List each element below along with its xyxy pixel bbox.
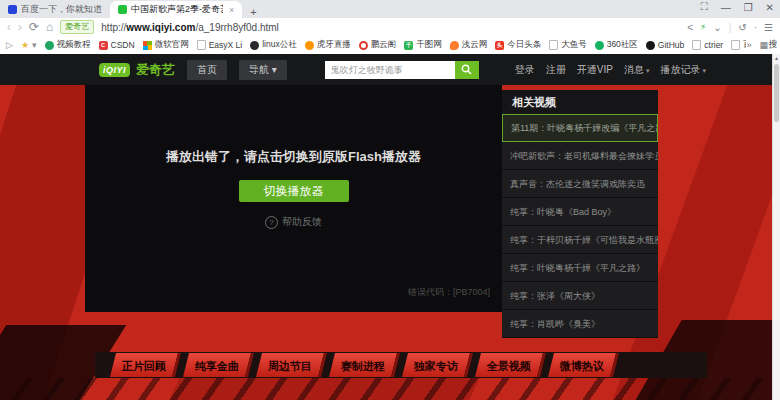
page-scrollbar[interactable]: ▲ <box>772 54 780 400</box>
document-icon <box>692 40 701 50</box>
bookmark-item[interactable]: 鹏云阁 <box>359 39 397 51</box>
tab-title: 百度一下，你就知道 <box>21 3 102 16</box>
bookmark-label: 视频教程 <box>57 39 91 51</box>
player-error-message: 播放出错了，请点击切换到原版Flash播放器 <box>158 147 430 167</box>
collapse-bookmarks-icon[interactable]: ▷ <box>6 40 13 50</box>
search-button[interactable] <box>455 61 479 79</box>
related-video-item[interactable]: 纯享：肖凯晔《臭美》 <box>502 310 658 338</box>
bottom-nav-weibo[interactable]: 微博热议 <box>548 353 619 377</box>
bookmark-item[interactable]: linux公社 <box>250 39 296 51</box>
question-circle-icon: ? <box>265 216 278 229</box>
vip-link[interactable]: 开通VIP <box>577 63 613 77</box>
bookmark-item[interactable]: 微软官网 <box>143 39 189 51</box>
bookmark-item[interactable]: 头今日头条 <box>495 39 541 51</box>
bottom-nav-panorama[interactable]: 全景视频 <box>475 353 546 377</box>
related-video-item[interactable]: 冲吧新歌声：老司机爆料最会撩妹学员 <box>502 142 658 170</box>
bookmark-label: 今日头条 <box>507 39 541 51</box>
messages-link[interactable]: 消息▾ <box>624 63 650 77</box>
bottom-nav-pure-songs[interactable]: 纯享金曲 <box>183 353 254 377</box>
360-icon <box>595 41 604 50</box>
bottom-nav-full-episodes[interactable]: 正片回顾 <box>110 353 181 377</box>
browser-window: 百度一下，你就知道 中国新歌声第2季-爱奇艺 × + ⛶ — ❐ ✕ ‹ › ⟳… <box>0 0 780 400</box>
maximize-button[interactable]: ❐ <box>744 2 753 13</box>
refresh-icon[interactable]: ⟳ <box>29 21 39 33</box>
messages-label: 消息 <box>624 64 644 75</box>
nav-menu-button[interactable]: 导航 ▾ <box>239 60 287 80</box>
undo-icon[interactable]: ↺ <box>738 22 746 33</box>
bookmark-item[interactable]: 360社区 <box>595 39 638 51</box>
bookmark-label: 大鱼号 <box>561 39 587 51</box>
nav-home-button[interactable]: 首页 <box>187 60 227 80</box>
bottom-nav-label: 独家专访 <box>414 359 458 374</box>
iqiyi-logo-icon[interactable]: iQIYI <box>99 63 130 77</box>
iqiyi-logo-text[interactable]: 爱奇艺 <box>136 61 175 79</box>
bookmark-item[interactable]: 大鱼号 <box>549 39 587 51</box>
new-tab-button[interactable]: + <box>242 6 264 18</box>
login-link[interactable]: 登录 <box>515 63 535 77</box>
related-video-item[interactable]: 纯享：叶晓粤杨千嬅《平凡之路》 <box>502 254 658 282</box>
bottom-nav-interviews[interactable]: 独家专访 <box>402 353 473 377</box>
address-toolbar: ‹ › ⟳ ⌂ 爱奇艺 http://www.iqiyi.com/a_19rrh… <box>0 18 780 36</box>
qiantu-icon: 千 <box>404 41 413 50</box>
bottom-nav-label: 全景视频 <box>487 359 531 374</box>
bookmarks-folder[interactable]: ★▾ <box>21 40 37 50</box>
related-video-item[interactable]: 纯享：于梓贝杨千嬅《可惜我是水瓶座》 <box>502 226 658 254</box>
speed-mode-icon[interactable]: ⚡ <box>700 22 706 32</box>
chevron-down-icon[interactable]: ⌄ <box>713 22 721 33</box>
toolbar-right-icons: < ⚡ ⌄ | ↺ · ☰ <box>687 22 773 33</box>
forward-icon[interactable]: › <box>18 21 22 33</box>
bookmark-item[interactable]: 浅云网 <box>450 39 488 51</box>
window-controls: ⛶ — ❐ ✕ <box>701 1 774 13</box>
history-link[interactable]: 播放记录▾ <box>660 63 706 77</box>
switch-player-button[interactable]: 切换播放器 <box>239 180 349 202</box>
bookmark-item[interactable]: ctrier <box>692 40 723 50</box>
tab-close-icon[interactable]: × <box>229 5 234 15</box>
bookmark-item[interactable]: EasyX Li <box>197 40 243 50</box>
help-feedback-link[interactable]: ?帮助反馈 <box>85 215 502 229</box>
flame-icon <box>450 41 459 50</box>
bottom-nav-competition[interactable]: 赛制进程 <box>329 353 400 377</box>
banner-decoration <box>0 378 780 400</box>
back-icon[interactable]: ‹ <box>7 21 11 33</box>
url-field[interactable]: http://www.iqiyi.com/a_19rrh8yf0d.html <box>101 22 279 33</box>
search-input[interactable] <box>325 61 455 79</box>
skin-icon[interactable]: ⛶ <box>701 1 708 13</box>
huya-icon <box>305 41 314 50</box>
bookmark-label: 浅云网 <box>462 39 488 51</box>
bookmarks-overflow-area: » ▦ <box>746 36 768 54</box>
home-icon[interactable]: ⌂ <box>46 21 53 33</box>
bookmark-label: 千图网 <box>416 39 442 51</box>
dropdown-dot-icon[interactable]: · <box>754 22 757 33</box>
tab-iqiyi-active[interactable]: 中国新歌声第2季-爱奇艺 × <box>110 1 242 18</box>
menu-icon[interactable]: ☰ <box>764 22 773 33</box>
scrollbar-thumb[interactable] <box>774 64 779 122</box>
related-video-item[interactable]: 纯享：叶晓粤《Bad Boy》 <box>502 198 658 226</box>
related-video-item[interactable]: 真声音：杰伦迷之微笑调戏陈奕迅 <box>502 170 658 198</box>
bookmark-item[interactable]: 千千图网 <box>404 39 442 51</box>
bookmark-item[interactable]: 虎牙直播 <box>305 39 351 51</box>
register-link[interactable]: 注册 <box>546 63 566 77</box>
related-video-item[interactable]: 纯享：张泽《周大侠》 <box>502 282 658 310</box>
tab-baidu[interactable]: 百度一下，你就知道 <box>0 1 110 18</box>
close-button[interactable]: ✕ <box>766 2 774 13</box>
bookmark-item[interactable]: 视频教程 <box>45 39 91 51</box>
bookmark-item[interactable]: CCSDN <box>99 40 135 50</box>
url-host: www.iqiyi.com <box>126 22 195 33</box>
toolbar-separator: | <box>729 22 732 33</box>
bottom-nav-side-shows[interactable]: 周边节目 <box>256 353 327 377</box>
chevron-down-icon: ▾ <box>702 67 706 74</box>
nav-menu-label: 导航 <box>249 64 269 75</box>
history-label: 播放记录 <box>660 64 700 75</box>
site-identity-badge[interactable]: 爱奇艺 <box>60 20 94 34</box>
scroll-up-icon[interactable]: ▲ <box>773 54 780 63</box>
related-video-item[interactable]: 第11期：叶晓粤杨千嬅改编《平凡之路》 <box>502 114 658 142</box>
baidu-favicon-icon <box>8 5 17 14</box>
chevron-down-icon: ▾ <box>646 67 650 74</box>
bookmark-item[interactable]: GitHub <box>646 40 684 50</box>
minimize-button[interactable]: — <box>721 2 731 13</box>
bookmarks-panel-icon[interactable]: ▦ <box>759 40 768 50</box>
microsoft-icon <box>143 41 152 50</box>
star-icon: ★ <box>21 40 29 50</box>
bookmarks-overflow-icon[interactable]: » <box>746 40 751 50</box>
share-icon[interactable]: < <box>687 22 693 33</box>
